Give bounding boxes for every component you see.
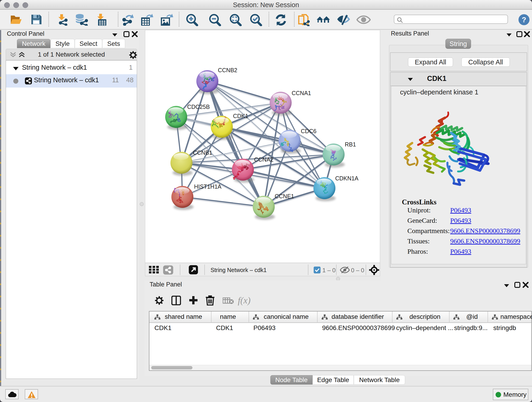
svg-text:CCNB2: CCNB2 [218, 67, 237, 73]
svg-text:CCNA1: CCNA1 [292, 90, 311, 96]
svg-text:CCNE1: CCNE1 [275, 193, 294, 199]
svg-text:CDC6: CDC6 [301, 128, 317, 134]
svg-text:CDC25B: CDC25B [187, 104, 210, 110]
svg-text:CDKN1A: CDKN1A [335, 175, 359, 182]
svg-text:CDK1: CDK1 [233, 113, 248, 119]
svg-text:HIST1H1A: HIST1H1A [194, 183, 222, 190]
svg-text:RB1: RB1 [345, 141, 356, 148]
svg-text:CCNA2: CCNA2 [254, 156, 273, 163]
svg-text:CCNB1: CCNB1 [193, 149, 212, 156]
svg-text:?: ? [522, 16, 526, 24]
